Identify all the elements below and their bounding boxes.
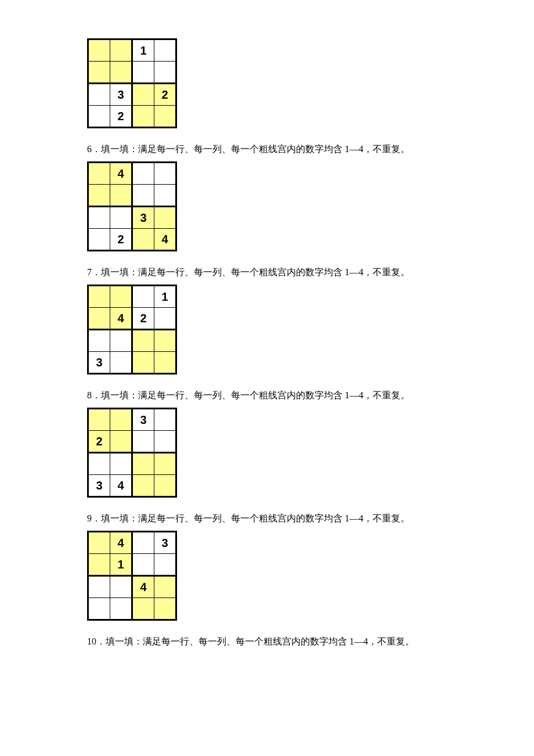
cell — [154, 62, 176, 84]
cell — [154, 330, 176, 352]
cell — [110, 352, 132, 374]
cell — [88, 532, 110, 554]
sudoku-grid-7: 1 4 2 3 — [87, 285, 177, 375]
cell: 1 — [154, 286, 176, 308]
cell — [132, 163, 154, 185]
cell — [88, 207, 110, 229]
cell — [110, 431, 132, 453]
cell — [132, 62, 154, 84]
cell: 1 — [110, 554, 132, 576]
cell — [132, 598, 154, 620]
cell — [88, 576, 110, 598]
cell — [154, 352, 176, 374]
cell: 3 — [132, 409, 154, 431]
cell — [110, 39, 132, 62]
sudoku-grid-8: 3 2 3 4 — [87, 408, 177, 498]
cell — [132, 475, 154, 497]
instruction-8: 8．填一填：满足每一行、每一列、每一个粗线宫内的数字均含 1—4，不重复。 — [87, 390, 534, 402]
cell: 3 — [154, 532, 176, 554]
cell — [154, 554, 176, 576]
cell — [154, 308, 176, 330]
cell: 3 — [110, 84, 132, 106]
cell: 4 — [110, 475, 132, 497]
cell — [88, 62, 110, 84]
cell — [154, 431, 176, 453]
cell — [132, 229, 154, 251]
cell — [154, 163, 176, 185]
cell — [88, 554, 110, 576]
sudoku-grid-5: 1 3 2 2 — [87, 38, 177, 128]
cell — [110, 330, 132, 352]
cell: 3 — [88, 352, 110, 374]
cell — [154, 106, 176, 128]
cell — [110, 409, 132, 431]
cell — [110, 598, 132, 620]
cell — [110, 576, 132, 598]
cell — [154, 39, 176, 62]
instruction-6: 6．填一填：满足每一行、每一列、每一个粗线宫内的数字均含 1—4，不重复。 — [87, 143, 534, 156]
cell: 2 — [154, 84, 176, 106]
cell — [88, 409, 110, 431]
cell: 4 — [154, 229, 176, 251]
cell — [154, 475, 176, 497]
instruction-9: 9．填一填：满足每一行、每一列、每一个粗线宫内的数字均含 1—4，不重复。 — [87, 513, 534, 525]
cell — [132, 84, 154, 106]
cell — [88, 330, 110, 352]
cell — [88, 598, 110, 620]
cell — [88, 39, 110, 62]
cell — [132, 532, 154, 554]
cell — [110, 207, 132, 229]
cell — [154, 207, 176, 229]
cell: 4 — [110, 532, 132, 554]
cell — [132, 431, 154, 453]
cell — [132, 286, 154, 308]
cell: 2 — [110, 229, 132, 251]
cell — [132, 185, 154, 207]
cell — [88, 453, 110, 475]
cell: 2 — [132, 308, 154, 330]
cell — [110, 62, 132, 84]
cell — [132, 554, 154, 576]
instruction-7: 7．填一填：满足每一行、每一列、每一个粗线宫内的数字均含 1—4，不重复。 — [87, 267, 534, 279]
instruction-10: 10．填一填：满足每一行、每一列、每一个粗线宫内的数字均含 1—4，不重复。 — [87, 636, 534, 648]
cell: 2 — [88, 431, 110, 453]
cell — [154, 453, 176, 475]
cell: 3 — [132, 207, 154, 229]
cell — [132, 352, 154, 374]
cell — [88, 84, 110, 106]
cell — [88, 286, 110, 308]
cell: 4 — [110, 308, 132, 330]
cell — [110, 453, 132, 475]
sudoku-grid-9: 4 3 1 4 — [87, 531, 177, 621]
cell — [154, 409, 176, 431]
page-content: 1 3 2 2 6．填一填：满足每一行、每一列、每一个粗线宫内的数字均含 1—4… — [0, 0, 534, 689]
cell — [88, 106, 110, 128]
cell — [88, 163, 110, 185]
cell: 1 — [132, 39, 154, 62]
cell — [132, 330, 154, 352]
cell: 4 — [110, 163, 132, 185]
cell — [132, 453, 154, 475]
cell — [110, 185, 132, 207]
cell — [154, 185, 176, 207]
cell — [154, 576, 176, 598]
cell — [88, 229, 110, 251]
cell — [154, 598, 176, 620]
cell — [88, 308, 110, 330]
sudoku-grid-6: 4 3 2 4 — [87, 161, 177, 251]
cell — [110, 286, 132, 308]
cell: 3 — [88, 475, 110, 497]
cell: 4 — [132, 576, 154, 598]
cell — [132, 106, 154, 128]
cell: 2 — [110, 106, 132, 128]
cell — [88, 185, 110, 207]
